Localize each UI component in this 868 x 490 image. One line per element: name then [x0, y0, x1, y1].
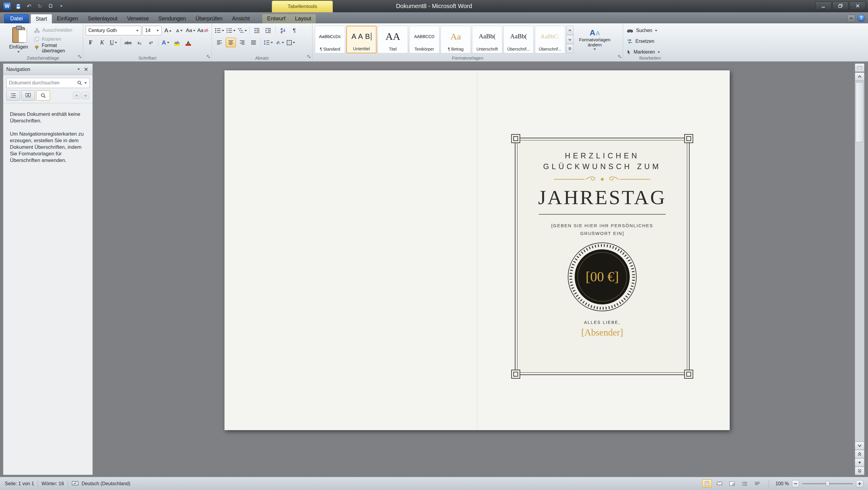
card-greeting-line2[interactable]: GLÜCKWUNSCH ZUM	[516, 161, 689, 172]
style-unterschrift[interactable]: AaBb( Unterschrift	[472, 26, 502, 53]
style-titel[interactable]: AA Titel	[378, 26, 408, 53]
restore-button[interactable]	[832, 1, 848, 10]
spell-check-icon[interactable]	[71, 481, 79, 486]
style-standard[interactable]: AaBbCcDc ¶ Standard	[315, 26, 345, 53]
card-greeting-line1[interactable]: HERZLICHEN	[516, 150, 689, 161]
minimize-ribbon-icon[interactable]	[847, 15, 855, 22]
card-prompt-line1[interactable]: [GEBEN SIE HIER IHR PERSÖNLICHES	[516, 222, 689, 229]
style-ueberschrift2[interactable]: AaBbC: Überschrif...	[535, 26, 565, 53]
greeting-card[interactable]: HERZLICHEN GLÜCKWUNSCH ZUM JAHRESTAG	[515, 138, 690, 375]
pane-options-icon[interactable]	[75, 66, 82, 73]
underline-button[interactable]: U	[108, 38, 119, 47]
highlight-button[interactable]: ab	[172, 38, 182, 47]
next-result-icon[interactable]	[82, 92, 90, 99]
show-paragraph-marks-button[interactable]: ¶	[289, 26, 299, 35]
page-info[interactable]: Seite: 1 von 1	[5, 481, 34, 486]
decrease-indent-button[interactable]	[252, 26, 262, 35]
zoom-slider-thumb[interactable]	[826, 481, 829, 486]
bold-button[interactable]: F	[86, 38, 96, 47]
borders-button[interactable]	[286, 38, 296, 47]
format-painter-button[interactable]: Format übertragen	[33, 44, 82, 53]
replace-button[interactable]: Ersetzen	[627, 36, 654, 46]
browse-pages-tab[interactable]	[21, 90, 35, 100]
select-browse-object-icon[interactable]	[855, 458, 864, 467]
tab-seitenlayout[interactable]: Seitenlayout	[83, 14, 122, 23]
tab-ansicht[interactable]: Ansicht	[227, 14, 254, 23]
change-styles-button[interactable]: AA Formatvorlagen ändern	[576, 26, 614, 53]
styles-dialog-launcher-icon[interactable]	[618, 55, 622, 60]
redo-icon[interactable]: ↻	[36, 2, 43, 10]
tab-layout[interactable]: Layout	[290, 14, 316, 23]
style-untertitel[interactable]: A A B Untertitel	[346, 26, 376, 53]
align-left-button[interactable]	[214, 38, 224, 47]
shrink-font-button[interactable]: A	[174, 26, 184, 35]
next-page-icon[interactable]	[855, 467, 864, 475]
word-app-icon[interactable]: W	[3, 2, 11, 10]
numbering-button[interactable]	[226, 26, 236, 35]
cut-button[interactable]: Ausschneiden	[33, 26, 82, 35]
subscript-button[interactable]: x₂	[134, 38, 145, 47]
style-betrag[interactable]: Aa ¶ Betrag	[441, 26, 471, 53]
change-case-button[interactable]: Aa	[186, 26, 196, 35]
align-center-button[interactable]	[226, 38, 236, 47]
paragraph-dialog-launcher-icon[interactable]	[307, 55, 311, 60]
increase-indent-button[interactable]	[263, 26, 273, 35]
clear-formatting-button[interactable]: Aa	[197, 26, 208, 35]
font-dialog-launcher-icon[interactable]	[207, 55, 210, 60]
word-count[interactable]: Wörter: 16	[41, 481, 64, 486]
clipboard-dialog-launcher-icon[interactable]	[78, 55, 82, 60]
tab-sendungen[interactable]: Sendungen	[154, 14, 191, 23]
card-prompt-line2[interactable]: GRUßWORT EIN]	[516, 229, 689, 237]
web-layout-view-icon[interactable]	[727, 480, 737, 488]
grow-font-button[interactable]: A	[163, 26, 173, 35]
tab-datei[interactable]: Datei	[4, 14, 29, 23]
ruler-toggle-icon[interactable]	[855, 63, 864, 72]
print-layout-view-icon[interactable]	[702, 480, 712, 488]
undo-icon[interactable]: ↶	[26, 2, 33, 10]
pane-close-icon[interactable]	[82, 66, 90, 73]
strikethrough-button[interactable]: abc	[123, 38, 133, 47]
outline-view-icon[interactable]	[740, 480, 749, 488]
zoom-level[interactable]: 100 %	[776, 481, 789, 486]
multilevel-list-button[interactable]	[237, 26, 247, 35]
scroll-up-icon[interactable]	[855, 72, 864, 81]
fullscreen-reading-view-icon[interactable]	[715, 480, 724, 488]
document-page[interactable]: HERZLICHEN GLÜCKWUNSCH ZUM JAHRESTAG	[224, 70, 730, 430]
tab-ueberpruefen[interactable]: Überprüfen	[191, 14, 227, 23]
sort-button[interactable]	[278, 26, 288, 35]
scroll-down-icon[interactable]	[855, 441, 864, 450]
card-sender[interactable]: [Absender]	[516, 327, 689, 338]
amount-badge[interactable]: [00 €]	[566, 241, 638, 313]
shading-button[interactable]	[275, 38, 285, 47]
style-ueberschrift1[interactable]: AaBb( Überschrif...	[503, 26, 534, 53]
font-name-combo[interactable]: Century Goth	[86, 26, 141, 35]
search-options-icon[interactable]	[84, 82, 87, 84]
gallery-scroll-up-icon[interactable]	[566, 26, 574, 35]
scrollbar-thumb[interactable]	[856, 82, 864, 142]
scrollbar-track[interactable]	[855, 81, 864, 441]
draft-view-icon[interactable]	[752, 480, 762, 488]
align-right-button[interactable]	[237, 38, 247, 47]
superscript-button[interactable]: x²	[146, 38, 156, 47]
tab-verweise[interactable]: Verweise	[122, 14, 154, 23]
document-search-input[interactable]: Dokument durchsuchen	[6, 78, 90, 88]
previous-result-icon[interactable]	[73, 92, 81, 99]
card-closing[interactable]: ALLES LIEBE,	[516, 320, 689, 325]
italic-button[interactable]: K	[97, 38, 107, 47]
font-color-button[interactable]: A	[183, 38, 193, 47]
save-icon[interactable]	[15, 2, 22, 10]
browse-headings-tab[interactable]	[6, 90, 20, 100]
paste-button[interactable]: Einfügen	[5, 26, 32, 54]
minimize-button[interactable]	[815, 1, 832, 10]
font-size-combo[interactable]: 14	[143, 26, 162, 35]
zoom-in-icon[interactable]	[856, 480, 863, 487]
zoom-out-icon[interactable]	[792, 480, 799, 487]
zoom-slider[interactable]	[802, 483, 853, 484]
help-icon[interactable]: ?	[858, 14, 865, 22]
tab-einfuegen[interactable]: Einfügen	[52, 14, 83, 23]
card-title[interactable]: JAHRESTAG	[516, 186, 689, 209]
insert-symbol-icon[interactable]: Ω	[47, 2, 54, 10]
browse-results-tab[interactable]	[36, 90, 50, 100]
line-spacing-button[interactable]	[263, 38, 273, 47]
copy-button[interactable]: Kopieren	[33, 35, 82, 44]
